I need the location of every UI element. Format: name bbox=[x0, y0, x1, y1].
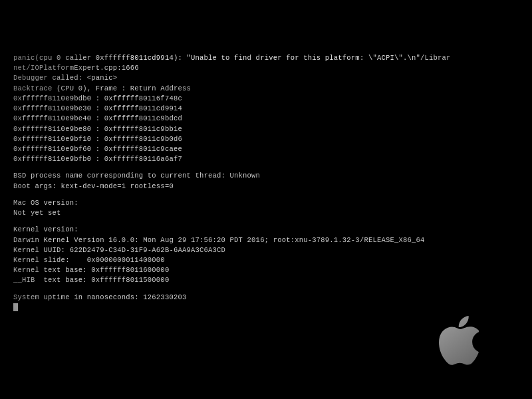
line4: Backtrace (CPU 0), Frame : Return Addres… bbox=[13, 84, 519, 94]
terminal-output: panic(cpu 0 caller 0xffffff8011cd9914): … bbox=[13, 53, 519, 313]
line11: 0xffffff8110e9bfb0 : 0xffffff80116a6af7 bbox=[13, 154, 519, 164]
terminal-cursor bbox=[13, 303, 18, 311]
blank-line bbox=[13, 164, 519, 171]
line9: 0xffffff8110e9bf10 : 0xffffff8011c9b0d6 bbox=[13, 134, 519, 144]
line8: 0xffffff8110e9be80 : 0xffffff8011c9bb1e bbox=[13, 124, 519, 134]
line22: System uptime in nanoseconds: 1262330203 bbox=[13, 293, 519, 303]
line13: Boot args: kext-dev-mode=1 rootless=0 bbox=[13, 182, 519, 192]
line17: Darwin Kernel Version 16.0.0: Mon Aug 29… bbox=[13, 235, 519, 245]
line3: Debugger called: <panic> bbox=[13, 73, 519, 83]
line12: BSD process name corresponding to curren… bbox=[13, 171, 519, 181]
blank-line bbox=[13, 192, 519, 198]
apple-logo bbox=[439, 316, 479, 359]
line2: net/IOPlatformExpert.cpp:1666 bbox=[13, 63, 519, 73]
top-bar bbox=[0, 0, 532, 50]
blank-line bbox=[13, 218, 519, 225]
line19: Kernel slide: 0x0000000011400000 bbox=[13, 255, 519, 265]
line5: 0xffffff8110e9bdb0 : 0xffffff80116f748c bbox=[13, 94, 519, 104]
kernel-panic-screen: panic(cpu 0 caller 0xffffff8011cd9914): … bbox=[0, 0, 532, 399]
line20: Kernel text base: 0xffffff8011600000 bbox=[13, 265, 519, 275]
line6: 0xffffff8110e9be30 : 0xffffff8011cd9914 bbox=[13, 104, 519, 114]
line14: Mac OS version: bbox=[13, 198, 519, 208]
line10: 0xffffff8110e9bf60 : 0xffffff8011c9caee bbox=[13, 144, 519, 154]
blank-line bbox=[13, 286, 519, 293]
line7: 0xffffff8110e9be40 : 0xffffff8011c9bdcd bbox=[13, 114, 519, 124]
cursor-line bbox=[13, 303, 519, 313]
line15: Not yet set bbox=[13, 208, 519, 218]
line21: __HIB text base: 0xffffff8011500000 bbox=[13, 275, 519, 285]
line16: Kernel version: bbox=[13, 225, 519, 235]
line1: panic(cpu 0 caller 0xffffff8011cd9914): … bbox=[13, 53, 519, 63]
line18: Kernel UUID: 622D2479-C34D-31F9-A62B-6AA… bbox=[13, 245, 519, 255]
